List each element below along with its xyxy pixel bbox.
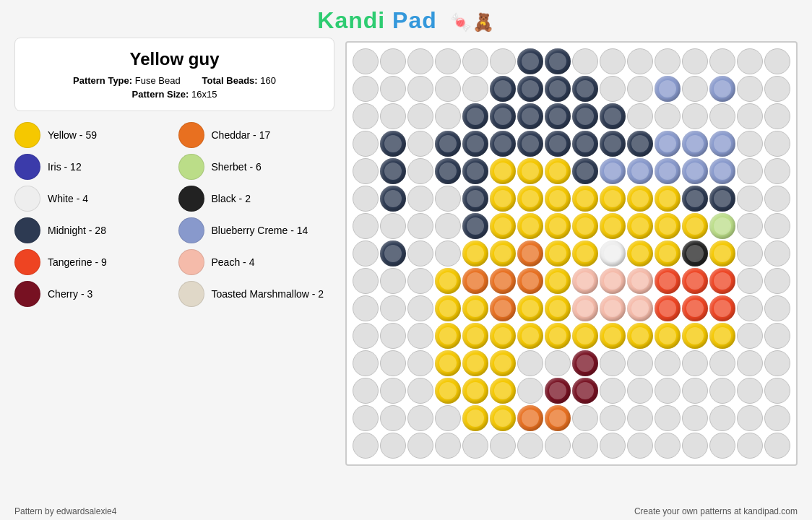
bead-cell <box>380 378 406 404</box>
bead-cell <box>737 323 763 349</box>
bead-cell <box>655 186 681 212</box>
logo-pad: Pad <box>392 7 437 33</box>
bead-cell <box>764 268 790 294</box>
bead-cell <box>490 103 516 129</box>
bead-cell <box>709 323 735 349</box>
bead-cell <box>380 350 406 376</box>
bead-cell <box>407 103 433 129</box>
bead-cell <box>737 48 763 74</box>
bead-cell <box>517 323 543 349</box>
color-item-iris: Iris - 12 <box>14 154 171 180</box>
bead-cell <box>737 378 763 404</box>
bead-cell <box>682 350 708 376</box>
bead-cell <box>545 186 571 212</box>
bead-cell <box>627 158 653 184</box>
color-swatch-midnight <box>14 217 40 243</box>
bead-cell <box>709 405 735 431</box>
bead-cell <box>655 433 681 459</box>
bead-cell <box>517 213 543 239</box>
bead-cell <box>627 103 653 129</box>
bead-cell <box>682 268 708 294</box>
bead-cell <box>490 378 516 404</box>
bead-cell <box>682 186 708 212</box>
bead-cell <box>655 378 681 404</box>
bead-cell <box>380 76 406 102</box>
bead-cell <box>490 186 516 212</box>
bead-cell <box>490 240 516 266</box>
color-item-toasted: Toasted Marshmallow - 2 <box>178 281 335 307</box>
bead-cell <box>682 433 708 459</box>
bead-cell <box>407 268 433 294</box>
bead-cell <box>682 323 708 349</box>
bead-cell <box>682 103 708 129</box>
bead-cell <box>545 323 571 349</box>
bead-cell <box>682 213 708 239</box>
bead-cell <box>709 131 735 157</box>
bead-cell <box>380 48 406 74</box>
bead-cell <box>435 76 461 102</box>
bead-cell <box>764 295 790 321</box>
bead-cell <box>627 268 653 294</box>
bead-cell <box>353 158 379 184</box>
bead-cell <box>600 378 626 404</box>
bead-cell <box>517 158 543 184</box>
color-label-toasted: Toasted Marshmallow - 2 <box>212 288 324 300</box>
bead-cell <box>407 131 433 157</box>
bead-cell <box>435 131 461 157</box>
bead-cell <box>709 295 735 321</box>
color-label-white: White - 4 <box>48 193 88 204</box>
bead-cell <box>353 103 379 129</box>
bead-cell <box>462 295 488 321</box>
bead-cell <box>682 76 708 102</box>
bead-cell <box>407 158 433 184</box>
bead-cell <box>655 76 681 102</box>
bead-cell <box>462 350 488 376</box>
bead-cell <box>737 186 763 212</box>
bead-cell <box>655 323 681 349</box>
bead-cell <box>737 131 763 157</box>
bead-cell <box>627 433 653 459</box>
bead-cell <box>737 76 763 102</box>
bead-cell <box>600 76 626 102</box>
bead-cell <box>517 295 543 321</box>
bead-cell <box>462 213 488 239</box>
color-item-black: Black - 2 <box>178 186 335 212</box>
color-swatch-cherry <box>14 281 40 307</box>
bead-cell <box>435 240 461 266</box>
bead-cell <box>600 103 626 129</box>
color-label-cheddar: Cheddar - 17 <box>212 129 271 141</box>
bead-cell <box>572 295 598 321</box>
color-label-iris: Iris - 12 <box>48 161 82 173</box>
bead-cell <box>545 405 571 431</box>
color-swatch-black <box>178 186 204 212</box>
header: Kandi Pad 🍬🧸 <box>0 0 812 38</box>
bead-cell <box>517 405 543 431</box>
color-item-peach: Peach - 4 <box>178 249 335 275</box>
bead-cell <box>545 158 571 184</box>
bead-cell <box>435 103 461 129</box>
bead-cell <box>655 103 681 129</box>
bead-cell <box>627 48 653 74</box>
bead-cell <box>490 158 516 184</box>
bead-cell <box>572 350 598 376</box>
color-swatch-white <box>14 186 40 212</box>
bead-cell <box>764 213 790 239</box>
bead-cell <box>435 323 461 349</box>
bead-cell <box>627 76 653 102</box>
bead-cell <box>627 240 653 266</box>
bead-cell <box>737 103 763 129</box>
bead-cell <box>709 350 735 376</box>
bead-cell <box>709 378 735 404</box>
bead-cell <box>764 350 790 376</box>
bead-cell <box>655 213 681 239</box>
bead-cell <box>709 48 735 74</box>
bead-cell <box>490 405 516 431</box>
bead-cell <box>682 240 708 266</box>
bead-cell <box>353 433 379 459</box>
bead-cell <box>407 350 433 376</box>
color-swatch-yellow <box>14 122 40 148</box>
right-panel <box>345 38 798 495</box>
color-item-tangerine: Tangerine - 9 <box>14 249 171 275</box>
bead-cell <box>353 240 379 266</box>
bead-cell <box>435 48 461 74</box>
